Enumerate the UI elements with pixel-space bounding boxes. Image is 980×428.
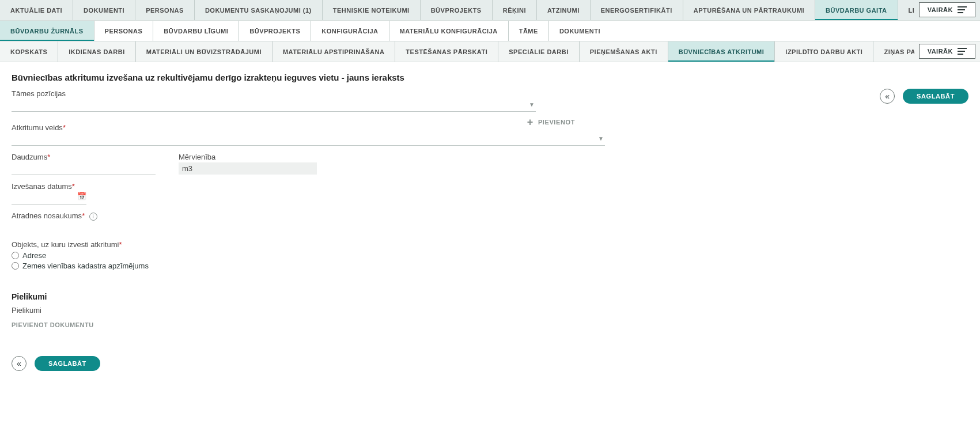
tab-tabs_level1-5[interactable]: BŪVPROJEKTS xyxy=(421,0,493,20)
daudzums-label: Daudzums xyxy=(12,153,47,161)
tab-label: BŪVDARBU GAITA xyxy=(826,7,887,14)
tab-label: BŪVPROJEKTS xyxy=(249,28,300,35)
tab-label: RĒĶINI xyxy=(503,7,526,14)
tab-tabs_level1-0[interactable]: AKTUĀLIE DATI xyxy=(0,0,73,20)
tab-label: DOKUMENTI xyxy=(84,7,124,14)
radio-kadastrs-row[interactable]: Zemes vienības kadastra apzīmējums xyxy=(12,262,968,270)
tab-label: IKDIENAS DARBI xyxy=(69,48,124,55)
tab-tabs_level1-3[interactable]: DOKUMENTU SASKAŅOJUMI (1) xyxy=(195,0,323,20)
tab-label: SPECIĀLIE DARBI xyxy=(509,48,568,55)
daudzums-input[interactable] xyxy=(12,162,156,175)
tab-tabs_level3-6[interactable]: PIEŅEMŠANAS AKTI xyxy=(580,41,668,62)
tames-add-label: PIEVIENOT xyxy=(538,119,575,126)
tab-tabs_level2-4[interactable]: KONFIGURĀCIJA xyxy=(311,21,389,41)
tab-label: KOPSKATS xyxy=(10,48,47,55)
attachments-label: Pielikumi xyxy=(12,306,968,315)
radio-adrese-row[interactable]: Adrese xyxy=(12,251,968,260)
mervieniba-label: Mērvienība xyxy=(179,153,317,161)
tab-label: DOKUMENTU SASKAŅOJUMI (1) xyxy=(205,7,312,14)
tab-label: ENERGOSERTIFIKĀTI xyxy=(601,7,672,14)
tab-label: BŪVDARBU LĪGUMI xyxy=(164,28,228,35)
burger-icon xyxy=(958,48,967,55)
back-circle-button[interactable]: « xyxy=(880,89,895,104)
tabs-level3: KOPSKATSIKDIENAS DARBIMATERIĀLI UN BŪVIZ… xyxy=(0,41,980,62)
tab-tabs_level3-2[interactable]: MATERIĀLI UN BŪVIZSTRĀDĀJUMI xyxy=(136,41,273,62)
tames-select[interactable] xyxy=(12,99,536,112)
tab-label: BŪVPROJEKTS xyxy=(431,7,482,14)
save-button-bottom[interactable]: SAGLABĀT xyxy=(35,356,100,371)
tab-label: AKTUĀLIE DATI xyxy=(10,7,62,14)
atradnes-label: Atradnes nosaukums xyxy=(12,211,82,220)
tab-label: TESTĒŠANAS PĀRSKATI xyxy=(406,48,487,55)
tab-tabs_level3-3[interactable]: MATERIĀLU APSTIPRINĀŠANA xyxy=(273,41,395,62)
tab-tabs_level3-7[interactable]: BŪVNIECĪBAS ATKRITUMI xyxy=(668,41,775,62)
more-button-label: VAIRĀK xyxy=(928,48,953,55)
top-right-actions: « SAGLABĀT xyxy=(880,89,968,104)
tab-tabs_level1-9[interactable]: APTURĒŠANA UN PĀRTRAUKUMI xyxy=(683,0,815,20)
tab-tabs_level2-2[interactable]: BŪVDARBU LĪGUMI xyxy=(153,21,239,41)
tab-tabs_level2-6[interactable]: TĀME xyxy=(509,21,549,41)
radio-kadastrs-label: Zemes vienības kadastra apzīmējums xyxy=(22,262,149,270)
tab-tabs_level1-10[interactable]: BŪVDARBU GAITA xyxy=(815,0,898,20)
tab-tabs_level2-0[interactable]: BŪVDARBU ŽURNĀLS xyxy=(0,21,94,41)
izvesanas-datums-label: Izvešanas datums xyxy=(12,182,72,191)
tab-tabs_level1-4[interactable]: TEHNISKIE NOTEIKUMI xyxy=(323,0,421,20)
page-title: Būvniecības atkritumu izvešana uz rekult… xyxy=(12,73,968,82)
tab-label: BŪVDARBU ŽURNĀLS xyxy=(10,28,84,35)
izvesanas-datums-input[interactable] xyxy=(12,192,86,204)
save-button-top[interactable]: SAGLABĀT xyxy=(903,89,968,104)
tab-label: PERSONAS xyxy=(146,7,184,14)
tab-tabs_level2-1[interactable]: PERSONAS xyxy=(94,21,154,41)
tab-label: LIETAS PILN xyxy=(909,7,914,14)
atkritumu-veids-select[interactable] xyxy=(12,133,605,146)
tab-tabs_level3-0[interactable]: KOPSKATS xyxy=(0,41,58,62)
tabs-level2: BŪVDARBU ŽURNĀLSPERSONASBŪVDARBU LĪGUMIB… xyxy=(0,21,980,41)
attachments-heading: Pielikumi xyxy=(12,292,968,301)
tab-tabs_level3-1[interactable]: IKDIENAS DARBI xyxy=(58,41,135,62)
tab-tabs_level3-4[interactable]: TESTĒŠANAS PĀRSKATI xyxy=(395,41,498,62)
info-icon[interactable]: i xyxy=(89,213,97,221)
tab-tabs_level3-5[interactable]: SPECIĀLIE DARBI xyxy=(498,41,579,62)
tab-tabs_level1-7[interactable]: ATZINUMI xyxy=(537,0,591,20)
tab-tabs_level3-9[interactable]: ZIŅAS PAR AVĀRIJU xyxy=(873,41,914,62)
radio-adrese-label: Adrese xyxy=(22,251,46,260)
tames-add-button[interactable]: + PIEVIENOT xyxy=(527,117,575,127)
mervieniba-value: m3 xyxy=(179,162,317,175)
tabs-level1: AKTUĀLIE DATIDOKUMENTIPERSONASDOKUMENTU … xyxy=(0,0,980,21)
tab-tabs_level1-8[interactable]: ENERGOSERTIFIKĀTI xyxy=(591,0,683,20)
tab-label: MATERIĀLU APSTIPRINĀŠANA xyxy=(283,48,384,55)
chevron-double-left-icon: « xyxy=(17,359,21,368)
tab-tabs_level1-11[interactable]: LIETAS PILN xyxy=(898,0,914,20)
add-document-button[interactable]: PIEVIENOT DOKUMENTU xyxy=(12,321,968,328)
tab-label: MATERIĀLI UN BŪVIZSTRĀDĀJUMI xyxy=(146,48,262,55)
tab-label: APTURĒŠANA UN PĀRTRAUKUMI xyxy=(694,7,804,14)
radio-kadastrs-input[interactable] xyxy=(12,262,19,270)
radio-adrese-input[interactable] xyxy=(12,252,19,259)
tab-label: TEHNISKIE NOTEIKUMI xyxy=(333,7,410,14)
tab-label: PIEŅEMŠANAS AKTI xyxy=(590,48,657,55)
tabs-level3-more-button[interactable]: VAIRĀK xyxy=(919,44,975,59)
tab-label: TĀME xyxy=(519,28,538,35)
tabs-level1-more-button[interactable]: VAIRĀK xyxy=(919,2,975,17)
tab-label: PERSONAS xyxy=(105,28,143,35)
tab-label: MATERIĀLU KONFIGURĀCIJA xyxy=(400,28,498,35)
calendar-icon[interactable]: 📅 xyxy=(77,192,86,200)
plus-icon: + xyxy=(527,117,533,127)
tab-label: BŪVNIECĪBAS ATKRITUMI xyxy=(679,48,765,55)
atkritumu-veids-label: Atkritumu veids xyxy=(12,123,63,132)
tames-label: Tāmes pozīcijas xyxy=(12,89,597,98)
tab-tabs_level1-2[interactable]: PERSONAS xyxy=(135,0,195,20)
tab-tabs_level2-7[interactable]: DOKUMENTI xyxy=(549,21,611,41)
burger-icon xyxy=(958,6,967,13)
tab-tabs_level2-3[interactable]: BŪVPROJEKTS xyxy=(239,21,311,41)
tab-label: DOKUMENTI xyxy=(559,28,600,35)
tab-tabs_level2-5[interactable]: MATERIĀLU KONFIGURĀCIJA xyxy=(389,21,509,41)
tab-label: KONFIGURĀCIJA xyxy=(321,28,378,35)
tab-tabs_level3-8[interactable]: IZPILDĪTO DARBU AKTI xyxy=(775,41,873,62)
more-button-label: VAIRĀK xyxy=(928,6,953,13)
tab-label: ATZINUMI xyxy=(547,7,580,14)
tab-tabs_level1-1[interactable]: DOKUMENTI xyxy=(73,0,135,20)
tab-tabs_level1-6[interactable]: RĒĶINI xyxy=(493,0,537,20)
tab-label: IZPILDĪTO DARBU AKTI xyxy=(785,48,862,55)
back-circle-button-bottom[interactable]: « xyxy=(12,356,27,371)
